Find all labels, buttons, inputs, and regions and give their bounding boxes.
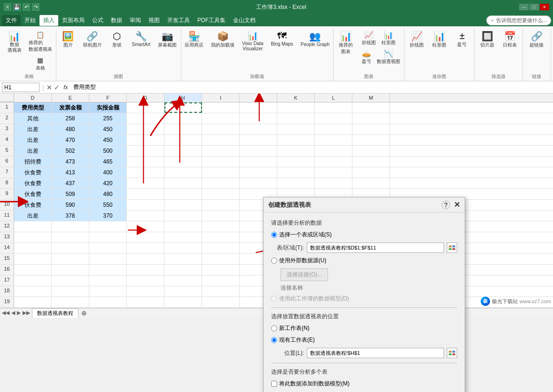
radio-new-sheet-input[interactable] [271,325,277,331]
cell-l1[interactable] [315,102,352,113]
cell-f1[interactable]: 实报金额 [89,102,127,113]
cell-j4[interactable] [240,135,277,145]
cell-g2[interactable] [127,113,164,124]
menu-view[interactable]: 视图 [145,15,164,26]
cell-j2[interactable] [240,113,277,124]
table-range-input[interactable] [307,243,444,253]
cell-d2[interactable]: 其他 [14,113,52,124]
cell-e5[interactable]: 502 [52,146,89,156]
cell-k6[interactable] [277,157,315,167]
cell-e3[interactable]: 480 [52,124,89,134]
minimize-button[interactable]: ─ [519,4,529,10]
sparkline-win-loss-button[interactable]: ± 盈亏 [452,29,472,49]
cell-i1[interactable] [202,102,240,113]
cell-h5[interactable] [164,146,202,156]
cell-l8[interactable] [315,178,352,188]
add-to-model-checkbox-label[interactable]: 将此数据添加到数据模型(M) [271,380,350,388]
cell-j5[interactable] [240,146,277,156]
column-chart-button[interactable]: 📊 柱形图 [380,29,397,47]
cell-f9[interactable]: 480 [89,189,127,199]
picture-button[interactable]: 🖼️ 图片 [58,29,78,50]
radio-new-sheet[interactable]: 新工作表(N) [271,324,310,332]
formula-input[interactable] [71,83,551,92]
cell-e4[interactable]: 470 [52,135,89,145]
radio-external-input[interactable] [271,258,277,264]
cell-j1[interactable] [240,102,277,113]
cell-d10[interactable]: 伙食费 [14,200,52,210]
radio-existing-sheet-input[interactable] [271,337,277,343]
win-loss-button[interactable]: 🥧 盈亏 [360,48,373,66]
cell-e7[interactable]: 413 [52,167,89,178]
sparkline-column-button[interactable]: 📊 柱形图 [429,29,450,50]
radio-data-model[interactable]: 使用此工作簿的数据模型(D) [271,295,349,303]
cell-e6[interactable]: 473 [52,157,89,167]
people-graph-button[interactable]: 👥 People Graph [298,29,333,48]
cell-i2[interactable] [202,113,240,124]
cell-f3[interactable]: 450 [89,124,127,134]
timeline-button[interactable]: 📅 日程表 [499,29,520,50]
cell-h1[interactable] [164,102,202,113]
my-addins-button[interactable]: 📦 我的加载项 [208,29,237,50]
table-range-select-button[interactable] [447,243,457,253]
bing-maps-button[interactable]: 🗺 Bing Maps [268,29,296,48]
cell-l2[interactable] [315,113,352,124]
cell-k8[interactable] [277,178,315,188]
screenshot-button[interactable]: 📷 屏幕截图 [155,29,179,50]
sheet-nav-next[interactable]: ▶ [17,310,21,316]
sheet-nav-prev[interactable]: ◀ [11,310,15,316]
cell-l4[interactable] [315,135,352,145]
menu-home[interactable]: 开始 [21,15,39,26]
sheet-tab-1[interactable]: 数据透视表教程 [32,308,78,318]
radio-select-range[interactable]: 选择一个表或区域(S) [271,231,332,239]
menu-insert[interactable]: 插入 [39,15,58,26]
cell-l7[interactable] [315,167,352,178]
dialog-help-icon[interactable]: ? [442,201,450,209]
cell-l6[interactable] [315,157,352,167]
cell-f8[interactable]: 420 [89,178,127,188]
cell-i10[interactable] [202,200,240,210]
cell-d7[interactable]: 伙食费 [14,167,52,178]
cell-j6[interactable] [240,157,277,167]
menu-formula[interactable]: 公式 [88,15,107,26]
cell-f7[interactable]: 400 [89,167,127,178]
cell-h8[interactable] [164,178,202,188]
cell-g9[interactable] [127,189,164,199]
cell-d8[interactable]: 伙食费 [14,178,52,188]
cell-d9[interactable]: 伙食费 [14,189,52,199]
app-store-button[interactable]: 🏪 应用商店 [182,29,206,50]
cell-i9[interactable] [202,189,240,199]
menu-page-layout[interactable]: 页面布局 [58,15,88,26]
cell-e10[interactable]: 590 [52,200,89,210]
recommended-charts-button[interactable]: 📊 推荐的图表 [335,29,356,56]
cell-e1[interactable]: 发票金额 [52,102,89,113]
visio-data-button[interactable]: 📊 Visio DataVisualizer [239,29,266,53]
menu-pdf[interactable]: PDF工具集 [194,15,229,26]
cell-i4[interactable] [202,135,240,145]
cell-m7[interactable] [352,167,390,178]
cell-e2[interactable]: 258 [52,113,89,124]
cell-h9[interactable] [164,189,202,199]
confirm-formula-icon[interactable]: ✓ [54,84,60,91]
cell-h7[interactable] [164,167,202,178]
radio-existing-sheet[interactable]: 现有工作表(E) [271,336,315,344]
cell-i11[interactable] [202,211,240,221]
cell-m1[interactable] [352,102,390,113]
cell-m8[interactable] [352,178,390,188]
undo-icon[interactable]: ↶ [23,3,30,11]
cell-l5[interactable] [315,146,352,156]
radio-select-range-input[interactable] [271,232,277,238]
cell-e8[interactable]: 437 [52,178,89,188]
cell-h3[interactable] [164,124,202,134]
cell-d3[interactable]: 出差 [14,124,52,134]
cell-j7[interactable] [240,167,277,178]
cell-e11[interactable]: 378 [52,211,89,221]
cell-i6[interactable] [202,157,240,167]
hyperlink-button[interactable]: 🔗 超链接 [526,29,547,50]
cell-k1[interactable] [277,102,315,113]
cell-f4[interactable]: 450 [89,135,127,145]
cell-l3[interactable] [315,124,352,134]
location-input[interactable] [307,348,444,358]
cell-d11[interactable]: 出差 [14,211,52,221]
close-button[interactable]: ✕ [540,4,549,10]
cell-g6[interactable] [127,157,164,167]
